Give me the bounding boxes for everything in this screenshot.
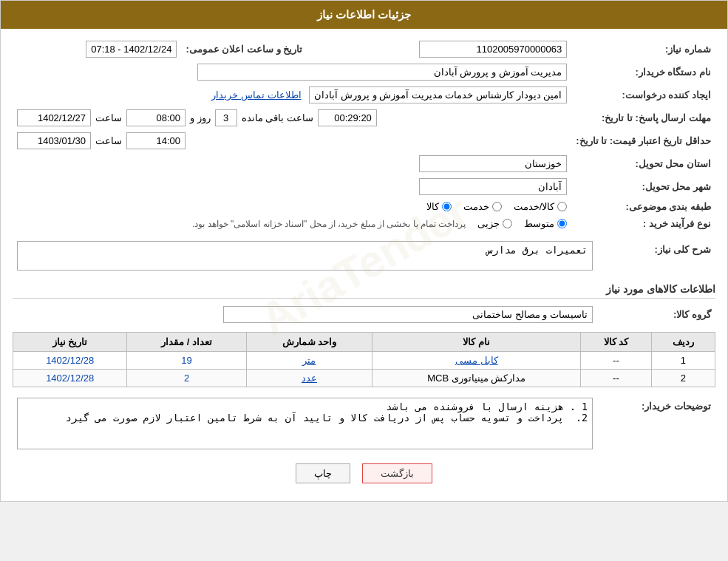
goods-table-body: 1 -- کابل مسی متر 19 1402/12/28 2 -- مدا… xyxy=(13,352,715,387)
category-kala-radio[interactable] xyxy=(442,202,452,211)
announcement-date-label: تاریخ و ساعت اعلان عمومی: xyxy=(181,38,307,61)
goods-table-header-row: ردیف کد کالا نام کالا واحد شمارش تعداد /… xyxy=(13,333,715,352)
send-deadline-row: مهلت ارسال پاسخ: تا تاریخ: 00:29:20 ساعت… xyxy=(13,106,715,129)
send-days-label: روز و xyxy=(190,112,211,123)
requester-label: ایجاد کننده درخواست: xyxy=(571,84,715,106)
buyer-notes-label: توضیحات خریدار: xyxy=(597,395,715,455)
send-deadline-values: 00:29:20 ساعت باقی مانده 3 روز و 08:00 س… xyxy=(13,106,571,129)
col-unit: واحد شمارش xyxy=(246,333,372,352)
count-cell: 19 xyxy=(127,352,246,370)
process-jozi-radio[interactable] xyxy=(503,219,512,228)
category-kala-khadamat-option[interactable]: کالا/خدمت xyxy=(514,201,568,212)
goods-table-head: ردیف کد کالا نام کالا واحد شمارش تعداد /… xyxy=(13,333,715,352)
process-motawaset-radio[interactable] xyxy=(557,219,567,228)
unit-cell[interactable]: عدد xyxy=(246,370,372,387)
goods-group-grid: گروه کالا: تاسیسات و مصالح ساختمانی xyxy=(13,303,715,326)
category-khadamat-label: خدمت xyxy=(463,201,489,212)
col-row: ردیف xyxy=(651,333,715,352)
send-time-label: ساعت xyxy=(95,112,122,123)
goods-group-input: تاسیسات و مصالح ساختمانی xyxy=(223,306,593,323)
col-count: تعداد / مقدار xyxy=(127,333,246,352)
province-label: استان محل تحویل: xyxy=(571,152,715,175)
table-row: 2 -- مدارکش مینیاتوری MCB عدد 2 1402/12/… xyxy=(13,370,715,387)
category-kala-khadamat-label: کالا/خدمت xyxy=(514,201,555,212)
city-value: آبادان xyxy=(13,175,571,198)
price-time-input: 14:00 xyxy=(126,132,186,149)
col-kala-name: نام کالا xyxy=(372,333,581,352)
goods-group-label: گروه کالا: xyxy=(597,303,715,326)
buyer-notes-textarea[interactable] xyxy=(17,398,593,449)
price-deadline-label: حداقل تاریخ اعتبار قیمت: تا تاریخ: xyxy=(571,129,715,152)
goods-info-title: اطلاعات کالاهای مورد نیاز xyxy=(13,283,715,299)
need-number-input: 1102005970000063 xyxy=(419,41,567,58)
kala-name-cell: مدارکش مینیاتوری MCB xyxy=(372,370,581,387)
buyer-org-value: مدیریت آموزش و پرورش آبادان xyxy=(13,61,571,84)
buyer-notes-grid: توضیحات خریدار: xyxy=(13,395,715,455)
unit-cell[interactable]: متر xyxy=(246,352,372,370)
content-area: AriaTender شماره نیاز: 1102005970000063 … xyxy=(1,29,727,501)
print-button[interactable]: چاپ xyxy=(296,463,350,483)
count-cell: 2 xyxy=(127,370,246,387)
need-number-label: شماره نیاز: xyxy=(571,38,715,61)
announcement-date-value: 1402/12/24 - 07:18 xyxy=(13,38,181,61)
category-khadamat-radio[interactable] xyxy=(492,202,502,211)
price-deadline-row: حداقل تاریخ اعتبار قیمت: تا تاریخ: 14:00… xyxy=(13,129,715,152)
page-wrapper: جزئیات اطلاعات نیاز AriaTender شماره نیا… xyxy=(0,0,728,502)
kala-name-cell[interactable]: کابل مسی xyxy=(372,352,581,370)
send-remaining-label: ساعت باقی مانده xyxy=(242,112,313,123)
send-date-input: 1402/12/27 xyxy=(17,109,91,126)
kala-code: -- xyxy=(581,352,651,370)
province-row: استان محل تحویل: خوزستان xyxy=(13,152,715,175)
need-description-row: شرح کلی نیاز: xyxy=(13,238,715,276)
buyer-notes-row: توضیحات خریدار: xyxy=(13,395,715,455)
category-label: طبقه بندی موضوعی: xyxy=(571,198,715,215)
province-value: خوزستان xyxy=(13,152,571,175)
category-kala-khadamat-radio[interactable] xyxy=(557,202,567,211)
province-input: خوزستان xyxy=(419,155,567,172)
category-radio-group: کالا/خدمت خدمت کالا xyxy=(17,201,567,212)
row-num: 1 xyxy=(651,352,715,370)
price-time-label: ساعت xyxy=(95,135,122,146)
category-kala-option[interactable]: کالا xyxy=(426,201,452,212)
kala-code: -- xyxy=(581,370,651,387)
need-description-value xyxy=(13,238,597,276)
goods-group-row: گروه کالا: تاسیسات و مصالح ساختمانی xyxy=(13,303,715,326)
buyer-org-input: مدیریت آموزش و پرورش آبادان xyxy=(197,64,567,81)
contact-link[interactable]: اطلاعات تماس خریدار xyxy=(211,89,301,101)
city-row: شهر محل تحویل: آبادان xyxy=(13,175,715,198)
info-grid: شماره نیاز: 1102005970000063 تاریخ و ساع… xyxy=(13,38,715,232)
table-row: 1 -- کابل مسی متر 19 1402/12/28 xyxy=(13,352,715,370)
category-kala-label: کالا xyxy=(426,201,439,212)
category-row: طبقه بندی موضوعی: کالا/خدمت خدمت xyxy=(13,198,715,215)
send-deadline-label: مهلت ارسال پاسخ: تا تاریخ: xyxy=(571,106,715,129)
category-value: کالا/خدمت خدمت کالا xyxy=(13,198,571,215)
price-deadline-values: 14:00 ساعت 1403/01/30 xyxy=(13,129,571,152)
need-description-textarea[interactable] xyxy=(17,241,593,271)
date-cell: 1402/12/28 xyxy=(13,352,127,370)
button-row: بازگشت چاپ xyxy=(13,463,715,483)
goods-table: ردیف کد کالا نام کالا واحد شمارش تعداد /… xyxy=(13,332,715,387)
need-description-grid: شرح کلی نیاز: xyxy=(13,238,715,276)
category-khadamat-option[interactable]: خدمت xyxy=(463,201,502,212)
process-jozi-option[interactable]: جزیی xyxy=(477,218,512,229)
requester-input: امین دیودار کارشناس خدمات مدیریت آموزش و… xyxy=(309,86,567,103)
page-header: جزئیات اطلاعات نیاز xyxy=(1,1,727,29)
announcement-date-input: 1402/12/24 - 07:18 xyxy=(86,41,177,58)
price-date-input: 1403/01/30 xyxy=(17,132,91,149)
send-time-input: 08:00 xyxy=(126,109,186,126)
process-motawaset-option[interactable]: متوسط xyxy=(524,218,567,229)
buyer-notes-value xyxy=(13,395,597,455)
city-input: آبادان xyxy=(419,178,567,195)
need-description-label: شرح کلی نیاز: xyxy=(597,238,715,276)
need-number-row: شماره نیاز: 1102005970000063 تاریخ و ساع… xyxy=(13,38,715,61)
send-remaining-input: 00:29:20 xyxy=(318,109,377,126)
send-days-input: 3 xyxy=(215,109,237,126)
process-row: نوع فرآیند خرید : متوسط جزیی xyxy=(13,215,715,232)
process-jozi-label: جزیی xyxy=(477,218,500,229)
row-num: 2 xyxy=(651,370,715,387)
date-cell: 1402/12/28 xyxy=(13,370,127,387)
back-button[interactable]: بازگشت xyxy=(362,463,432,483)
process-radio-group: متوسط جزیی xyxy=(477,218,567,229)
process-label: نوع فرآیند خرید : xyxy=(571,215,715,232)
process-motawaset-label: متوسط xyxy=(524,218,554,229)
